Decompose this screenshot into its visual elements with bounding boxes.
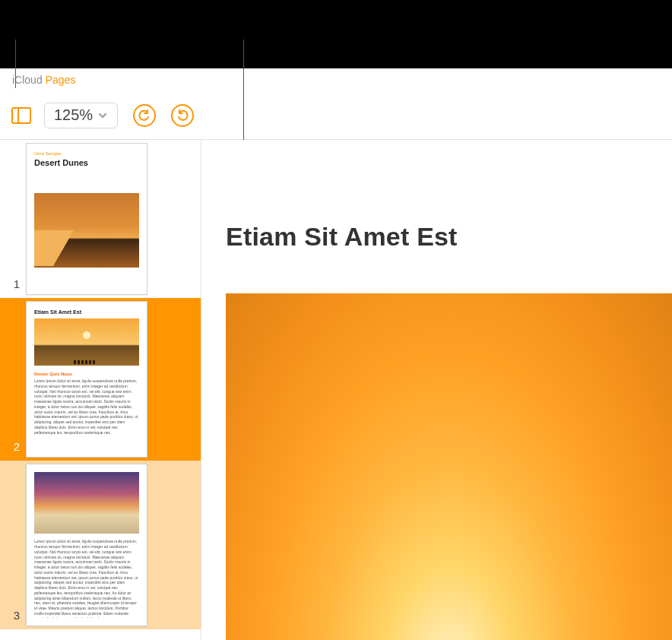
svg-rect-0 [12,108,30,123]
thumb-title: Desert Dunes [34,158,139,167]
document-hero-image[interactable] [226,293,672,640]
undo-icon [138,109,151,122]
icloud-label: iCloud [12,74,43,86]
thumb-eyebrow: Urna Semper [34,151,139,156]
camel-silhouettes [74,360,95,364]
callout-line [15,40,16,88]
thumb-image-dunes [34,193,139,268]
pages-label: Pages [46,74,76,86]
page-number-label: 2 [3,440,26,453]
sidebar-panel-icon [11,107,31,124]
zoom-dropdown[interactable]: 125% [44,103,118,128]
undo-redo-group [133,104,194,127]
page-thumbnails-sidebar[interactable]: 1 Urna Semper Desert Dunes 2 Etiam Sit A… [0,140,201,640]
thumb-subheading: Donec Quis Nunc [34,372,139,376]
thumb-heading: Etiam Sit Amet Est [34,309,139,315]
page-thumbnail[interactable]: Etiam Sit Amet Est Donec Quis Nunc Lorem… [26,301,147,458]
page-thumbnail[interactable]: Urna Semper Desert Dunes [26,143,147,295]
page-number-label: 3 [3,609,26,622]
redo-button[interactable] [171,104,194,127]
thumb-image-sky [34,472,139,534]
thumb-body-text: Lorem ipsum dolor sit amet, ligula suspe… [34,539,139,618]
page-thumbnail-row-selected[interactable]: 2 Etiam Sit Amet Est Donec Quis Nunc Lor… [0,298,201,461]
app-header: iCloud Pages [0,68,672,91]
content-area: 1 Urna Semper Desert Dunes 2 Etiam Sit A… [0,140,672,640]
view-options-button[interactable] [9,103,33,128]
page-number-label: 1 [3,277,26,290]
toolbar: 125% [0,91,672,140]
chevron-down-icon [97,110,108,121]
page-thumbnail-row[interactable]: 3 Lorem ipsum dolor sit amet, ligula sus… [0,461,201,629]
page-thumbnail-row[interactable]: 1 Urna Semper Desert Dunes [0,140,201,298]
top-callout-region [0,0,672,68]
document-heading[interactable]: Etiam Sit Amet Est [226,222,458,252]
document-canvas[interactable]: Etiam Sit Amet Est [201,140,672,640]
zoom-value: 125% [54,106,93,124]
thumb-image-sunset [34,318,139,366]
redo-icon [176,109,189,122]
undo-button[interactable] [133,104,156,127]
thumb-body-text: Lorem ipsum dolor sit amet, ligula suspe… [34,379,139,435]
page-thumbnail[interactable]: Lorem ipsum dolor sit amet, ligula suspe… [26,464,147,626]
